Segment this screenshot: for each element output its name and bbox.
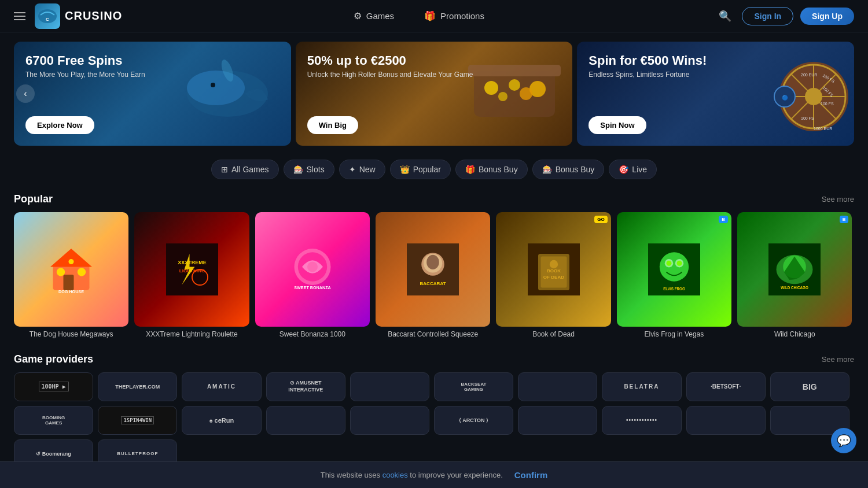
confirm-button[interactable]: Confirm: [514, 470, 548, 480]
provider-booming[interactable]: BOOMINGGAMES: [14, 406, 93, 435]
search-icon[interactable]: 🔍: [715, 6, 735, 26]
main-nav: ⚙ Games 🎁 Promotions: [348, 7, 490, 25]
svg-text:SWEET BONANZA: SWEET BONANZA: [294, 285, 331, 290]
logo-text: CRUSINO: [65, 9, 122, 23]
nav-games-label: Games: [366, 11, 394, 21]
provider-big[interactable]: BIG: [770, 372, 849, 401]
banner-card-1[interactable]: 6700 Free Spins The More You Play, the M…: [14, 42, 291, 146]
banner-3-content: Spin for €500 Wins! Endless Spins, Limit…: [589, 53, 843, 79]
provider-backseat[interactable]: BACKSEATGAMING: [434, 372, 513, 401]
game-badge-elvis-frog: B: [719, 216, 728, 223]
game-bg-sweet-bonanza: SWEET BONANZA: [255, 212, 370, 327]
banner-3-button[interactable]: Spin Now: [589, 116, 646, 134]
banner-card-2[interactable]: 50% up to €2500 Unlock the High Roller B…: [296, 42, 573, 146]
provider-100hp[interactable]: 100HP ▶: [14, 372, 93, 401]
game-card-wild-chicago[interactable]: WILD CHICAGO B Wild Chicago: [737, 212, 852, 339]
tab-live[interactable]: 🎯 Live: [609, 160, 657, 179]
provider-1spin4win[interactable]: 1SPIN4WIN: [98, 406, 177, 435]
tab-bonus-buy-1[interactable]: 🎁 Bonus Buy: [455, 160, 528, 179]
provider-amatic-logo: AMATIC: [207, 383, 236, 390]
game-card-sweet-bonanza[interactable]: SWEET BONANZA Sweet Bonanza 1000: [255, 212, 370, 339]
banner-prev-button[interactable]: ‹: [16, 84, 35, 103]
bonus-buy-1-icon: 🎁: [465, 165, 475, 174]
svg-rect-30: [64, 275, 74, 290]
game-card-elvis-frog[interactable]: ELVIS FROG B Elvis Frog in Vegas: [617, 212, 731, 339]
provider-big-logo: BIG: [803, 382, 817, 391]
popular-icon: 👑: [400, 165, 410, 174]
provider-backseat-logo: BACKSEATGAMING: [461, 382, 487, 392]
provider-empty-6: [686, 406, 766, 435]
provider-arcton[interactable]: ⟨ ARCTON ⟩: [434, 406, 513, 435]
logo[interactable]: C CRUSINO: [35, 3, 122, 29]
banner-2-overlay: 50% up to €2500 Unlock the High Roller B…: [296, 42, 573, 146]
provider-betsoft-logo: ·BETSOFT·: [711, 383, 741, 390]
chat-button[interactable]: 💬: [831, 428, 856, 453]
provider-empty-1: [350, 372, 429, 401]
tab-popular[interactable]: 👑 Popular: [390, 160, 451, 179]
game-card-dog-house[interactable]: DOG HOUSE The Dog House Megaways: [14, 212, 128, 339]
banner-2-button[interactable]: Win Big: [307, 116, 358, 134]
game-thumb-elvis-frog: ELVIS FROG B: [617, 212, 731, 327]
banner-section: ‹ 6700 Free Spins The More You Play, the…: [0, 32, 868, 155]
provider-betsoft[interactable]: ·BETSOFT·: [686, 372, 766, 401]
provider-amatic[interactable]: AMATIC: [182, 372, 261, 401]
game-card-lightning[interactable]: XXXTREME LIGHTNING XXXTreme Lightning Ro…: [134, 212, 249, 339]
banner-2-subtitle: Unlock the High Roller Bonus and Elevate…: [307, 71, 561, 79]
signin-button[interactable]: Sign In: [742, 7, 793, 25]
tab-slots[interactable]: 🎰 Slots: [284, 160, 334, 179]
tab-bonus-buy-2-label: Bonus Buy: [556, 165, 595, 174]
header: C CRUSINO ⚙ Games 🎁 Promotions 🔍 Sign In…: [0, 0, 868, 32]
banner-card-3[interactable]: 🔵 100 FS 150 FS 100 FS 200 EUR 100 FS 10…: [577, 42, 854, 146]
nav-games[interactable]: ⚙ Games: [348, 7, 400, 25]
game-name-baccarat: Baccarat Controlled Squeeze: [376, 330, 490, 339]
game-thumb-wild-chicago: WILD CHICAGO B: [737, 212, 852, 327]
game-name-book-dead: Book of Dead: [496, 330, 610, 339]
provider-arcton-logo: ⟨ ARCTON ⟩: [459, 417, 488, 423]
provider-belatra[interactable]: BELATRA: [602, 372, 681, 401]
header-left: C CRUSINO: [14, 3, 122, 29]
tab-new[interactable]: ✦ New: [339, 160, 385, 179]
hamburger-menu[interactable]: [14, 12, 25, 20]
popular-see-more[interactable]: See more: [822, 195, 854, 204]
cookie-text-before: This website uses: [321, 471, 380, 479]
tab-all-games[interactable]: ⊞ All Games: [211, 160, 279, 179]
provider-amusnet[interactable]: ⊙ AMUSNETINTERACTIVE: [266, 372, 345, 401]
game-bg-dog-house: DOG HOUSE: [14, 212, 128, 327]
signup-button[interactable]: Sign Up: [800, 8, 854, 25]
popular-title: Popular: [14, 193, 53, 205]
provider-empty-4: [350, 406, 429, 435]
game-name-elvis-frog: Elvis Frog in Vegas: [617, 330, 731, 339]
svg-text:WILD CHICAGO: WILD CHICAGO: [781, 286, 808, 290]
svg-text:BACCARAT: BACCARAT: [420, 281, 446, 286]
provider-amusnet-logo: ⊙ AMUSNETINTERACTIVE: [288, 380, 323, 393]
tab-bonus-buy-2[interactable]: 🎰 Bonus Buy: [532, 160, 605, 179]
cookie-banner: This website uses cookies to improve you…: [0, 461, 868, 488]
tab-live-label: Live: [632, 165, 647, 174]
game-badge-book-dead: GO: [594, 216, 607, 223]
banner-1-button[interactable]: Explore Now: [25, 116, 94, 134]
svg-text:XXXTREME: XXXTREME: [178, 260, 207, 265]
nav-promotions[interactable]: 🎁 Promotions: [418, 7, 490, 25]
provider-theplayer[interactable]: THEPLAYER.COM: [98, 372, 177, 401]
cookie-link[interactable]: cookies: [382, 471, 408, 479]
game-card-book-dead[interactable]: BOOK OF DEAD GO Book of Dead: [496, 212, 610, 339]
game-thumb-sweet-bonanza: SWEET BONANZA: [255, 212, 370, 327]
svg-point-58: [666, 261, 671, 266]
provider-acerun[interactable]: ♠ ceRun: [182, 406, 261, 435]
banner-3-overlay: Spin for €500 Wins! Endless Spins, Limit…: [577, 42, 854, 146]
svg-point-41: [307, 262, 318, 272]
provider-betbig[interactable]: ••••••••••••: [602, 406, 681, 435]
svg-text:ELVIS FROG: ELVIS FROG: [663, 287, 685, 291]
game-badge-wild-chicago: B: [840, 216, 849, 223]
provider-theplayer-logo: THEPLAYER.COM: [115, 384, 160, 390]
svg-text:C: C: [46, 17, 49, 22]
all-games-icon: ⊞: [221, 165, 228, 174]
games-icon: ⚙: [354, 10, 362, 21]
game-card-baccarat[interactable]: BACCARAT Baccarat Controlled Squeeze: [376, 212, 490, 339]
providers-section: Game providers See more 100HP ▶ THEPLAYE…: [0, 349, 868, 478]
game-thumb-dog-house: DOG HOUSE: [14, 212, 128, 327]
tab-new-label: New: [359, 165, 376, 174]
banner-2-content: 50% up to €2500 Unlock the High Roller B…: [307, 53, 561, 79]
providers-see-more[interactable]: See more: [822, 355, 854, 364]
svg-point-33: [69, 259, 74, 264]
